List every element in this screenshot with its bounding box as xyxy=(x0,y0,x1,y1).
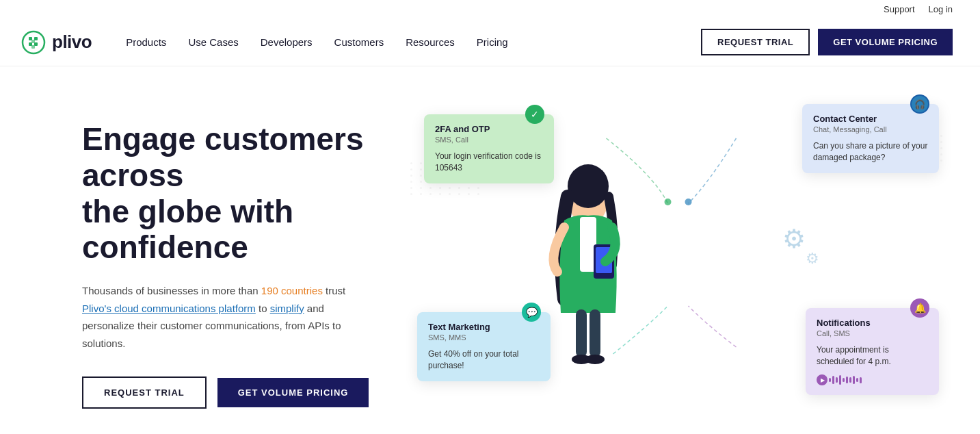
login-link[interactable]: Log in xyxy=(929,4,953,14)
nav-get-volume-pricing-button[interactable]: GET VOLUME PRICING xyxy=(818,29,953,55)
nav-cta-group: REQUEST TRIAL GET VOLUME PRICING xyxy=(701,29,953,55)
svg-rect-4 xyxy=(29,42,32,46)
hero-buttons: REQUEST TRIAL GET VOLUME PRICING xyxy=(82,376,410,409)
simplify-link[interactable]: simplify xyxy=(270,303,304,314)
card-notifications: 🔔 Notifications Call, SMS Your appointme… xyxy=(806,308,939,395)
nav-request-trial-button[interactable]: REQUEST TRIAL xyxy=(701,29,810,55)
hero-description: Thousands of businesses in more than 190… xyxy=(82,282,369,352)
nav-item-use-cases[interactable]: Use Cases xyxy=(188,36,238,48)
hero-get-volume-pricing-button[interactable]: GET VOLUME PRICING xyxy=(217,378,369,407)
nav-item-customers[interactable]: Customers xyxy=(334,36,384,48)
woman-figure xyxy=(520,107,657,381)
card-contact-subtitle: Chat, Messaging, Call xyxy=(813,125,928,133)
svg-rect-12 xyxy=(590,309,600,357)
card-contact: 🎧 Contact Center Chat, Messaging, Call C… xyxy=(802,104,939,173)
logo-text: plivo xyxy=(52,31,92,53)
logo-link[interactable]: plivo xyxy=(21,29,92,55)
audio-waveform: ▶ xyxy=(817,374,928,385)
card-contact-body: Can you share a picture of your damaged … xyxy=(813,140,928,164)
hero-request-trial-button[interactable]: REQUEST TRIAL xyxy=(82,376,207,409)
nav-links: Products Use Cases Developers Customers … xyxy=(126,36,701,48)
svg-rect-2 xyxy=(29,37,32,40)
svg-point-9 xyxy=(568,164,609,208)
svg-rect-11 xyxy=(576,309,587,357)
plivo-link[interactable]: Plivo's cloud communications platform xyxy=(82,303,256,314)
nav-item-developers[interactable]: Developers xyxy=(261,36,313,48)
hero-section: Engage customers across the globe with c… xyxy=(0,66,980,434)
gear-icon-small: ⚙ xyxy=(806,250,819,268)
card-notifications-subtitle: Call, SMS xyxy=(817,329,928,337)
hero-left: Engage customers across the globe with c… xyxy=(82,121,410,409)
svg-point-18 xyxy=(685,199,692,205)
hero-title: Engage customers across the globe with c… xyxy=(82,121,410,266)
card-contact-title: Contact Center xyxy=(813,114,928,124)
card-notifications-body: Your appointment is scheduled for 4 p.m. xyxy=(817,344,928,368)
svg-rect-6 xyxy=(31,40,35,43)
svg-rect-7 xyxy=(31,45,35,49)
card-contact-icon: 🎧 xyxy=(910,94,929,114)
highlight-text: 190 countries xyxy=(261,285,323,296)
top-bar: Support Log in xyxy=(0,0,980,18)
svg-point-14 xyxy=(585,355,605,364)
plivo-logo-icon xyxy=(21,29,47,55)
card-notifications-icon: 🔔 xyxy=(910,298,929,318)
gear-icon-large: ⚙ xyxy=(782,224,806,254)
support-link[interactable]: Support xyxy=(884,4,915,14)
hero-illustration: ✓ 2FA and OTP SMS, Call Your login verif… xyxy=(410,94,953,434)
nav-item-resources[interactable]: Resources xyxy=(406,36,455,48)
nav-item-products[interactable]: Products xyxy=(126,36,166,48)
play-button-icon: ▶ xyxy=(817,374,827,385)
svg-point-17 xyxy=(665,199,672,205)
svg-rect-3 xyxy=(34,37,38,40)
card-notifications-title: Notifications xyxy=(817,318,928,328)
svg-rect-5 xyxy=(34,42,38,46)
nav-item-pricing[interactable]: Pricing xyxy=(477,36,508,48)
navbar: plivo Products Use Cases Developers Cust… xyxy=(0,18,980,66)
